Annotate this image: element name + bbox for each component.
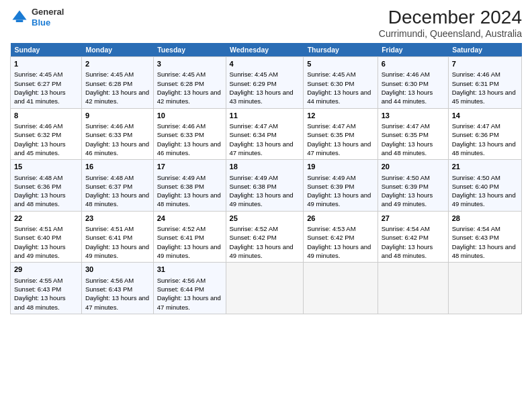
day-info: Sunrise: 4:54 AM Sunset: 6:43 PM Dayligh… [452,225,516,259]
day-info: Sunrise: 4:56 AM Sunset: 6:44 PM Dayligh… [157,277,221,311]
day-number: 25 [230,214,300,224]
cell-week5-day2: 30Sunrise: 4:56 AM Sunset: 6:43 PM Dayli… [81,263,153,314]
cell-week4-day7: 28Sunrise: 4:54 AM Sunset: 6:43 PM Dayli… [448,211,521,263]
col-header-tuesday: Tuesday [153,43,226,57]
week-row-3: 15Sunrise: 4:48 AM Sunset: 6:36 PM Dayli… [11,160,522,212]
day-info: Sunrise: 4:46 AM Sunset: 6:32 PM Dayligh… [14,122,66,156]
day-number: 29 [14,265,78,275]
day-number: 21 [452,162,518,172]
day-info: Sunrise: 4:46 AM Sunset: 6:30 PM Dayligh… [382,71,433,105]
cell-week4-day2: 23Sunrise: 4:51 AM Sunset: 6:41 PM Dayli… [81,211,153,263]
day-number: 28 [452,214,518,224]
day-number: 17 [157,162,222,172]
cell-week2-day1: 8Sunrise: 4:46 AM Sunset: 6:32 PM Daylig… [11,108,82,160]
day-info: Sunrise: 4:45 AM Sunset: 6:28 PM Dayligh… [157,71,221,105]
week-row-2: 8Sunrise: 4:46 AM Sunset: 6:32 PM Daylig… [11,108,522,160]
cell-week4-day3: 24Sunrise: 4:52 AM Sunset: 6:41 PM Dayli… [153,211,226,263]
day-number: 31 [157,265,222,275]
day-number: 9 [85,111,150,121]
col-header-thursday: Thursday [304,43,378,57]
cell-week4-day1: 22Sunrise: 4:51 AM Sunset: 6:40 PM Dayli… [11,211,82,263]
day-info: Sunrise: 4:47 AM Sunset: 6:35 PM Dayligh… [307,122,371,156]
page: General Blue December 2024 Currimundi, Q… [0,0,532,411]
day-info: Sunrise: 4:47 AM Sunset: 6:35 PM Dayligh… [382,122,433,156]
day-info: Sunrise: 4:46 AM Sunset: 6:33 PM Dayligh… [157,122,221,156]
week-row-5: 29Sunrise: 4:55 AM Sunset: 6:43 PM Dayli… [11,263,522,314]
cell-week2-day3: 10Sunrise: 4:46 AM Sunset: 6:33 PM Dayli… [153,108,226,160]
day-number: 16 [85,162,150,172]
col-header-saturday: Saturday [448,43,521,57]
day-number: 7 [452,59,518,69]
cell-week5-day5 [304,263,378,314]
cell-week5-day3: 31Sunrise: 4:56 AM Sunset: 6:44 PM Dayli… [153,263,226,314]
day-number: 27 [382,214,445,224]
cell-week3-day4: 18Sunrise: 4:49 AM Sunset: 6:38 PM Dayli… [226,160,304,212]
day-number: 30 [85,265,150,275]
day-number: 14 [452,111,518,121]
day-number: 13 [382,111,445,121]
cell-week1-day1: 1Sunrise: 4:45 AM Sunset: 6:27 PM Daylig… [11,57,82,109]
day-number: 8 [14,111,78,121]
day-number: 19 [307,162,373,172]
cell-week5-day7 [448,263,521,314]
cell-week3-day6: 20Sunrise: 4:50 AM Sunset: 6:39 PM Dayli… [378,160,448,212]
day-number: 22 [14,214,78,224]
day-info: Sunrise: 4:50 AM Sunset: 6:39 PM Dayligh… [382,174,433,208]
day-info: Sunrise: 4:49 AM Sunset: 6:39 PM Dayligh… [307,174,371,208]
day-number: 2 [85,59,150,69]
svg-rect-1 [16,19,24,22]
day-number: 1 [14,59,78,69]
cell-week1-day3: 3Sunrise: 4:45 AM Sunset: 6:28 PM Daylig… [153,57,226,109]
calendar-table: SundayMondayTuesdayWednesdayThursdayFrid… [10,43,522,314]
col-header-sunday: Sunday [11,43,82,57]
day-info: Sunrise: 4:51 AM Sunset: 6:41 PM Dayligh… [85,225,149,259]
cell-week3-day3: 17Sunrise: 4:49 AM Sunset: 6:38 PM Dayli… [153,160,226,212]
day-info: Sunrise: 4:56 AM Sunset: 6:43 PM Dayligh… [85,277,149,311]
svg-marker-0 [13,10,27,19]
cell-week3-day2: 16Sunrise: 4:48 AM Sunset: 6:37 PM Dayli… [81,160,153,212]
cell-week2-day5: 12Sunrise: 4:47 AM Sunset: 6:35 PM Dayli… [304,108,378,160]
day-info: Sunrise: 4:45 AM Sunset: 6:29 PM Dayligh… [230,71,294,105]
day-number: 24 [157,214,222,224]
header: General Blue December 2024 Currimundi, Q… [10,7,522,39]
day-info: Sunrise: 4:49 AM Sunset: 6:38 PM Dayligh… [157,174,221,208]
day-info: Sunrise: 4:45 AM Sunset: 6:28 PM Dayligh… [85,71,149,105]
day-info: Sunrise: 4:48 AM Sunset: 6:36 PM Dayligh… [14,174,66,208]
week-row-1: 1Sunrise: 4:45 AM Sunset: 6:27 PM Daylig… [11,57,522,109]
cell-week3-day5: 19Sunrise: 4:49 AM Sunset: 6:39 PM Dayli… [304,160,378,212]
header-row: SundayMondayTuesdayWednesdayThursdayFrid… [11,43,522,57]
logo: General Blue [10,7,64,28]
day-number: 10 [157,111,222,121]
cell-week1-day2: 2Sunrise: 4:45 AM Sunset: 6:28 PM Daylig… [81,57,153,109]
day-number: 4 [230,59,300,69]
cell-week1-day5: 5Sunrise: 4:45 AM Sunset: 6:30 PM Daylig… [304,57,378,109]
day-info: Sunrise: 4:47 AM Sunset: 6:34 PM Dayligh… [230,122,294,156]
day-number: 6 [382,59,445,69]
day-number: 3 [157,59,222,69]
cell-week2-day7: 14Sunrise: 4:47 AM Sunset: 6:36 PM Dayli… [448,108,521,160]
cell-week2-day6: 13Sunrise: 4:47 AM Sunset: 6:35 PM Dayli… [378,108,448,160]
day-info: Sunrise: 4:55 AM Sunset: 6:43 PM Dayligh… [14,277,66,311]
title-block: December 2024 Currimundi, Queensland, Au… [379,7,522,39]
day-number: 11 [230,111,300,121]
day-number: 12 [307,111,373,121]
day-number: 5 [307,59,373,69]
logo-icon [10,8,29,27]
day-number: 15 [14,162,78,172]
day-number: 26 [307,214,373,224]
day-number: 20 [382,162,445,172]
day-info: Sunrise: 4:51 AM Sunset: 6:40 PM Dayligh… [14,225,66,259]
day-number: 18 [230,162,300,172]
logo-text: General Blue [32,7,64,28]
cell-week2-day2: 9Sunrise: 4:46 AM Sunset: 6:33 PM Daylig… [81,108,153,160]
day-info: Sunrise: 4:52 AM Sunset: 6:42 PM Dayligh… [230,225,294,259]
day-info: Sunrise: 4:46 AM Sunset: 6:31 PM Dayligh… [452,71,516,105]
subtitle: Currimundi, Queensland, Australia [379,28,522,39]
cell-week5-day1: 29Sunrise: 4:55 AM Sunset: 6:43 PM Dayli… [11,263,82,314]
day-info: Sunrise: 4:47 AM Sunset: 6:36 PM Dayligh… [452,122,516,156]
day-info: Sunrise: 4:54 AM Sunset: 6:42 PM Dayligh… [382,225,433,259]
day-info: Sunrise: 4:45 AM Sunset: 6:27 PM Dayligh… [14,71,66,105]
cell-week1-day6: 6Sunrise: 4:46 AM Sunset: 6:30 PM Daylig… [378,57,448,109]
day-info: Sunrise: 4:48 AM Sunset: 6:37 PM Dayligh… [85,174,149,208]
main-title: December 2024 [379,7,522,28]
